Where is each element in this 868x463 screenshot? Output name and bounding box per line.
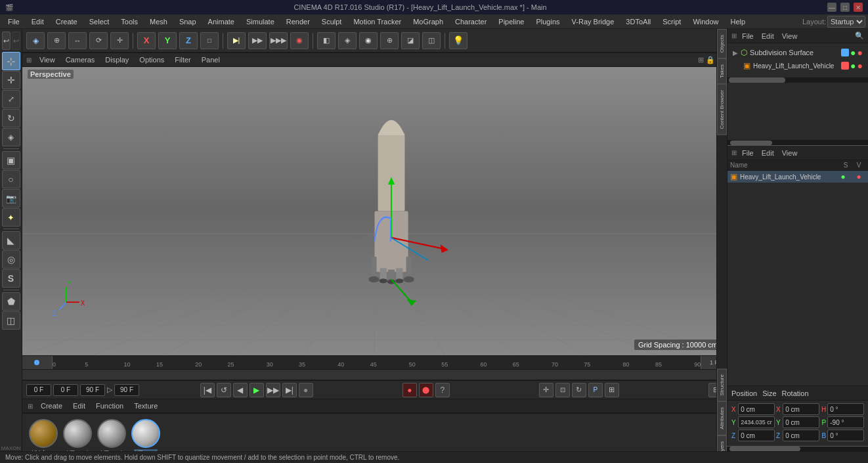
y-axis-button[interactable]: Y — [158, 32, 177, 49]
render-settings-button[interactable]: ◉ — [290, 32, 309, 49]
preview-end-input[interactable] — [80, 384, 105, 396]
prev-frame-button[interactable]: ◀ — [233, 383, 248, 397]
pos-y-input[interactable] — [738, 416, 775, 428]
z-axis-button[interactable]: Z — [179, 32, 198, 49]
material-tool[interactable]: ◎ — [2, 250, 20, 269]
go-end-button[interactable]: ▶| — [282, 383, 297, 397]
viewport-options-menu[interactable]: Options — [137, 55, 167, 64]
menu-select[interactable]: Select — [84, 16, 115, 27]
gouraud-button[interactable]: ◈ — [338, 32, 357, 49]
menu-mesh[interactable]: Mesh — [144, 16, 173, 27]
sketch-render-button[interactable]: ◫ — [422, 32, 441, 49]
redo-button[interactable]: ↩ — [12, 32, 20, 50]
close-button[interactable]: ✕ — [854, 3, 863, 12]
move-tool[interactable]: ✛ — [2, 71, 20, 89]
motion-button[interactable]: ✛ — [539, 383, 553, 397]
obj-file-menu[interactable]: File — [739, 32, 756, 41]
obj-scrollbar[interactable] — [727, 77, 868, 83]
pos-z-input[interactable] — [738, 430, 775, 441]
polygons-mode-button[interactable]: ⟳ — [89, 32, 108, 49]
go-start-button[interactable]: |◀ — [200, 383, 215, 397]
record-button[interactable]: ● — [299, 383, 313, 397]
edges-mode-button[interactable]: ↔ — [68, 32, 87, 49]
attr-heavy-lift-row[interactable]: ▣ Heavy_Lift_Launch_Vehicle ● ● — [727, 171, 868, 183]
param-button[interactable]: ↻ — [572, 383, 586, 397]
viewport-view-menu[interactable]: View — [37, 55, 58, 64]
script-tool[interactable]: S — [2, 269, 20, 288]
menu-vray[interactable]: V-Ray Bridge — [567, 16, 620, 27]
panel-h-scroll[interactable] — [727, 141, 868, 146]
obj-subdivision-surface[interactable]: ▶ ⬡ Subdivision Surface ● ● — [730, 46, 865, 59]
play-button[interactable]: ▶ — [250, 383, 264, 397]
tab-attributes[interactable]: Attributes — [717, 401, 727, 435]
next-frame-button[interactable]: ▶▶ — [266, 383, 280, 397]
menu-simulate[interactable]: Simulate — [241, 16, 280, 27]
viewport-cameras-menu[interactable]: Cameras — [63, 55, 98, 64]
enable-axis-button[interactable]: 💡 — [449, 32, 467, 49]
menu-plugins[interactable]: Plugins — [531, 16, 565, 27]
tab-objects[interactable]: Objects — [717, 29, 727, 58]
keyframe-button[interactable]: ● — [402, 383, 417, 397]
menu-tools[interactable]: Tools — [116, 16, 143, 27]
attr-file-menu[interactable]: File — [739, 148, 756, 158]
ik-button[interactable]: ⊡ — [555, 383, 570, 397]
object-tool[interactable]: ◈ — [2, 128, 20, 146]
menu-character[interactable]: Character — [450, 16, 492, 27]
menu-snap[interactable]: Snap — [174, 16, 202, 27]
menu-motiontracker[interactable]: Motion Tracker — [348, 16, 406, 27]
render-active-view-button[interactable]: ▶▶ — [248, 32, 267, 49]
uvw-mode-button[interactable]: ✛ — [110, 32, 129, 49]
rot-h-input[interactable] — [827, 403, 864, 415]
end-frame-input[interactable] — [114, 384, 139, 396]
world-axis-button[interactable]: □ — [200, 32, 219, 49]
size-y-input[interactable] — [783, 416, 819, 428]
grid-button[interactable]: ⊞ — [605, 383, 619, 397]
layout-select[interactable]: Startup — [827, 16, 865, 28]
menu-help[interactable]: Help — [726, 16, 751, 27]
points-mode-button[interactable]: ⊕ — [47, 32, 66, 49]
viewport-panel-menu[interactable]: Panel — [199, 55, 223, 64]
quick-render-button[interactable]: ⊕ — [380, 32, 399, 49]
cursor-tool[interactable]: ⊹ — [2, 52, 20, 70]
pos-x-input[interactable] — [738, 403, 775, 415]
attr-edit-menu[interactable]: Edit — [759, 148, 777, 158]
maximize-button[interactable]: □ — [840, 3, 850, 12]
line-render-button[interactable]: ◪ — [401, 32, 420, 49]
menu-script[interactable]: Script — [657, 16, 686, 27]
viewport-3d[interactable]: X Y Z Perspective Grid Spacing : 10000 c… — [22, 67, 727, 355]
mat-texture-menu[interactable]: Texture — [131, 401, 160, 410]
tab-content-browser[interactable]: Content Browser — [717, 84, 727, 135]
menu-sculpt[interactable]: Sculpt — [316, 16, 347, 27]
menu-render[interactable]: Render — [281, 16, 315, 27]
mat-function-menu[interactable]: Function — [93, 401, 126, 410]
menu-file[interactable]: File — [3, 16, 25, 27]
pose-button[interactable]: P — [588, 383, 603, 397]
record-auto-button[interactable]: ⬤ — [419, 383, 433, 397]
menu-edit[interactable]: Edit — [26, 16, 49, 27]
viewport-filter-menu[interactable]: Filter — [172, 55, 193, 64]
mat-create-menu[interactable]: Create — [38, 401, 65, 410]
attr-view-menu[interactable]: View — [779, 148, 800, 158]
null-object[interactable]: ○ — [2, 170, 20, 188]
obj-heavy-lift[interactable]: ▣ Heavy_Lift_Launch_Vehicle ● ● — [730, 59, 865, 72]
minimize-button[interactable]: — — [827, 3, 836, 12]
x-axis-button[interactable]: X — [137, 32, 156, 49]
rot-p-input[interactable] — [827, 416, 864, 428]
floor-tool[interactable]: ◫ — [2, 311, 20, 330]
size-x-input[interactable] — [783, 403, 819, 415]
undo-button[interactable]: ↩ — [2, 32, 11, 50]
size-z-input[interactable] — [783, 430, 819, 441]
menu-animate[interactable]: Animate — [203, 16, 240, 27]
wireframe-button[interactable]: ◧ — [317, 32, 336, 49]
phong-button[interactable]: ◉ — [359, 32, 378, 49]
timeline-track[interactable] — [22, 370, 727, 380]
menu-create[interactable]: Create — [51, 16, 83, 27]
start-frame-input[interactable] — [53, 384, 78, 396]
obj-view-menu[interactable]: View — [779, 32, 800, 41]
rot-b-input[interactable] — [827, 430, 864, 441]
scale-tool[interactable]: ⤢ — [2, 90, 20, 108]
deform-tool[interactable]: ◣ — [2, 231, 20, 250]
obj-edit-menu[interactable]: Edit — [759, 32, 777, 41]
rotate-tool[interactable]: ↻ — [2, 109, 20, 127]
step-back-button[interactable]: ↺ — [217, 383, 231, 397]
